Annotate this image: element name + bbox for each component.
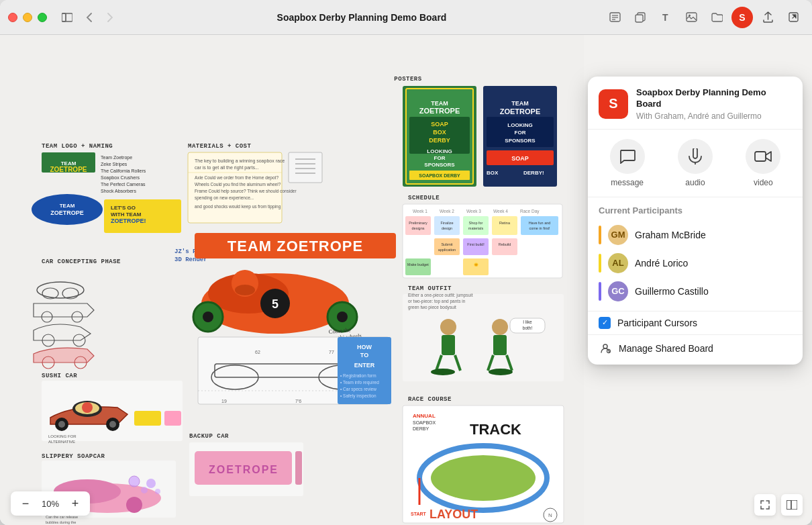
participant-avatar-graham: GM [608,225,628,245]
svg-text:design: design [442,226,452,230]
participant-row-andre[interactable]: AL André Lorico [599,249,792,277]
traffic-lights [8,13,47,22]
svg-text:Race Day: Race Day [520,209,540,214]
svg-point-109 [141,487,148,493]
svg-rect-163 [463,238,489,255]
participant-name-andre: André Lorico [635,258,688,269]
svg-text:The California Rollers: The California Rollers [101,169,146,173]
svg-rect-165 [492,238,517,255]
svg-text:5: 5 [272,297,278,311]
svg-text:Have fun and: Have fun and [529,221,551,225]
folder-tool-button[interactable] [706,7,727,28]
svg-text:TRACK: TRACK [470,421,521,438]
svg-text:LOOKING FOR: LOOKING FOR [48,434,77,438]
maximize-button[interactable] [38,13,47,22]
svg-text:T: T [662,12,668,22]
participant-name-guillermo: Guillermo Castillo [635,286,709,297]
zoom-toolbar: − 10% + [11,491,90,516]
svg-text:Zeke Stripes: Zeke Stripes [101,162,128,167]
open-external-button[interactable] [782,7,804,28]
participants-heading: Current Participants [599,205,792,216]
video-icon [746,139,780,174]
participant-indicator-andre [599,254,601,273]
participant-name-graham: Graham McBride [635,230,706,240]
svg-point-92 [58,421,65,428]
svg-text:both!: both! [523,326,533,330]
message-action[interactable]: message [610,139,645,187]
svg-rect-100 [134,411,161,426]
svg-text:application: application [438,248,456,252]
app-window: Soapbox Derby Planning Demo Board T S [0,0,812,525]
svg-point-196 [431,455,536,501]
svg-text:SOAPBOX: SOAPBOX [413,420,436,425]
titlebar: Soapbox Derby Planning Demo Board T S [0,0,812,35]
svg-text:ZOETROPE: ZOETROPE [50,209,84,216]
svg-text:First build!: First build! [467,242,485,246]
bottom-right-tools [754,494,803,516]
svg-point-188 [489,369,513,375]
svg-rect-152 [463,216,489,235]
svg-text:WITH TEAM: WITH TEAM [111,211,142,218]
svg-point-187 [431,369,455,375]
svg-rect-155 [492,216,517,235]
svg-rect-206 [295,451,302,485]
svg-rect-169 [463,258,489,275]
svg-text:🌞: 🌞 [474,262,478,267]
share-button[interactable] [757,7,778,28]
svg-rect-149 [434,216,460,235]
forward-button[interactable] [101,8,119,27]
user-avatar-button[interactable]: S [731,7,753,28]
panel-board-info: Soapbox Derby Planning Demo Board With G… [636,87,792,121]
svg-text:Frame Could help source? Think: Frame Could help source? Think we should… [195,189,297,194]
svg-text:ALTERNATIVE: ALTERNATIVE [48,440,75,444]
notes-tool-button[interactable] [604,7,625,28]
participant-row-guillermo[interactable]: GC Guillermo Castillo [599,277,792,305]
panel-board-icon: S [599,89,628,119]
canvas-area[interactable]: TEAM LOGO + NAMING TEAM ZOETROPE Team Zo… [0,35,812,525]
svg-rect-214 [755,152,766,161]
audio-action[interactable]: audio [678,139,713,187]
svg-text:TEAM: TEAM [60,203,75,209]
svg-rect-157 [521,216,558,235]
zoom-out-button[interactable]: − [17,495,34,512]
copy-tool-button[interactable] [629,7,651,28]
svg-text:SCHEDULE: SCHEDULE [408,195,440,201]
zoom-in-button[interactable]: + [67,495,83,512]
text-tool-button[interactable]: T [655,7,676,28]
svg-text:FOR: FOR [434,155,446,161]
svg-point-180 [492,319,508,335]
participant-indicator-guillermo [599,282,601,301]
svg-text:SOAPBOX DERBY: SOAPBOX DERBY [419,173,460,178]
svg-text:Week 2: Week 2 [440,209,454,213]
svg-text:LAYOUT: LAYOUT [429,508,478,521]
manage-label: Manage Shared Board [619,343,713,354]
svg-text:7'6: 7'6 [295,399,301,403]
back-button[interactable] [79,8,98,27]
svg-text:Week 4: Week 4 [493,209,508,213]
minimize-button[interactable] [23,13,32,22]
avatar-letter: S [739,12,745,23]
svg-text:and good shocks would keep us : and good shocks would keep us from tippi… [195,204,281,209]
svg-text:green two piece bodysuit: green two piece bodysuit [408,305,456,310]
video-action[interactable]: video [746,139,780,187]
svg-text:come in first!: come in first! [529,226,550,230]
svg-rect-167 [405,258,431,275]
image-tool-button[interactable] [680,7,702,28]
participant-cursors-toggle[interactable]: ✓ Participant Cursors [588,311,803,334]
sidebar-toggle-button[interactable] [58,8,77,27]
svg-text:Finalize: Finalize [441,221,454,225]
svg-point-52 [203,312,213,322]
svg-text:SOAP: SOAP [431,121,448,128]
close-button[interactable] [8,13,17,22]
svg-text:TEAM: TEAM [431,100,448,107]
svg-rect-212 [786,500,797,510]
participant-row-graham[interactable]: GM Graham McBride [599,221,792,249]
cursors-label: Participant Cursors [617,318,697,328]
svg-text:bubbles during the: bubbles during the [46,520,76,524]
svg-text:Week 1: Week 1 [413,209,427,213]
grid-view-button[interactable] [781,494,803,516]
svg-text:62: 62 [255,350,260,354]
fit-to-screen-button[interactable] [754,494,776,516]
svg-text:• Registration form: • Registration form [340,373,376,379]
manage-shared-board-button[interactable]: Manage Shared Board [588,334,803,365]
